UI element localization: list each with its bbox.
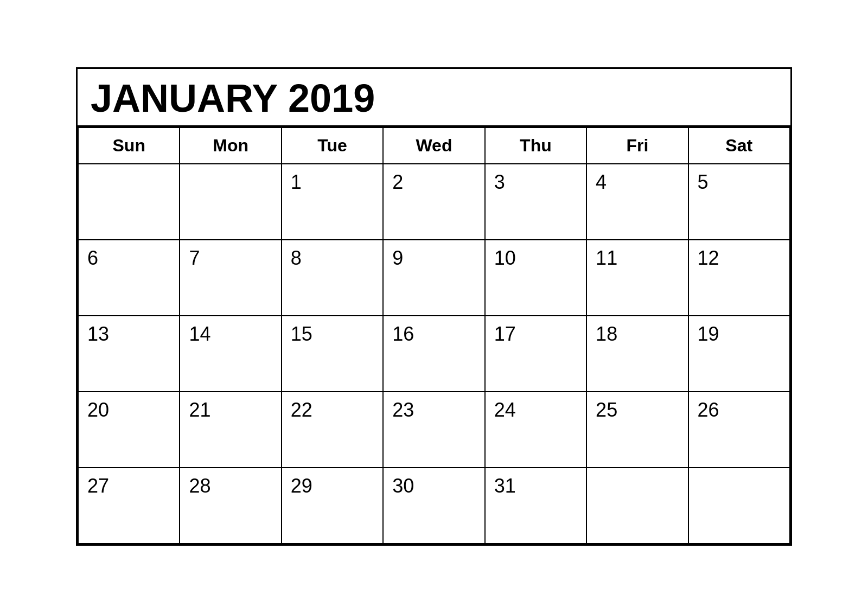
calendar-header: JANUARY 2019 bbox=[78, 69, 790, 127]
day-cell-10[interactable]: 10 bbox=[485, 240, 586, 316]
empty-cell bbox=[688, 468, 790, 544]
day-cell-16[interactable]: 16 bbox=[383, 316, 484, 392]
day-cell-7[interactable]: 7 bbox=[180, 240, 281, 316]
calendar-title: JANUARY 2019 bbox=[91, 79, 777, 118]
calendar: JANUARY 2019 SunMonTueWedThuFriSat 12345… bbox=[76, 67, 792, 546]
day-header-wed: Wed bbox=[383, 127, 484, 164]
day-cell-3[interactable]: 3 bbox=[485, 164, 586, 240]
day-cell-21[interactable]: 21 bbox=[180, 392, 281, 468]
day-cell-27[interactable]: 27 bbox=[78, 468, 180, 544]
day-header-sun: Sun bbox=[78, 127, 180, 164]
empty-cell bbox=[586, 468, 688, 544]
day-cell-2[interactable]: 2 bbox=[383, 164, 484, 240]
empty-cell bbox=[78, 164, 180, 240]
day-cell-19[interactable]: 19 bbox=[688, 316, 790, 392]
day-cell-20[interactable]: 20 bbox=[78, 392, 180, 468]
day-header-thu: Thu bbox=[485, 127, 586, 164]
day-cell-18[interactable]: 18 bbox=[586, 316, 688, 392]
day-header-sat: Sat bbox=[688, 127, 790, 164]
day-header-fri: Fri bbox=[586, 127, 688, 164]
day-cell-31[interactable]: 31 bbox=[485, 468, 586, 544]
day-header-mon: Mon bbox=[180, 127, 281, 164]
days-header-row: SunMonTueWedThuFriSat bbox=[78, 127, 790, 164]
day-cell-4[interactable]: 4 bbox=[586, 164, 688, 240]
day-cell-1[interactable]: 1 bbox=[282, 164, 383, 240]
day-cell-14[interactable]: 14 bbox=[180, 316, 281, 392]
week-row-4: 2728293031 bbox=[78, 468, 790, 544]
day-cell-11[interactable]: 11 bbox=[586, 240, 688, 316]
week-row-3: 20212223242526 bbox=[78, 392, 790, 468]
day-cell-24[interactable]: 24 bbox=[485, 392, 586, 468]
week-row-2: 13141516171819 bbox=[78, 316, 790, 392]
day-cell-22[interactable]: 22 bbox=[282, 392, 383, 468]
day-cell-8[interactable]: 8 bbox=[282, 240, 383, 316]
day-cell-15[interactable]: 15 bbox=[282, 316, 383, 392]
day-header-tue: Tue bbox=[282, 127, 383, 164]
day-cell-13[interactable]: 13 bbox=[78, 316, 180, 392]
empty-cell bbox=[180, 164, 281, 240]
day-cell-23[interactable]: 23 bbox=[383, 392, 484, 468]
week-row-0: 12345 bbox=[78, 164, 790, 240]
day-cell-25[interactable]: 25 bbox=[586, 392, 688, 468]
day-cell-28[interactable]: 28 bbox=[180, 468, 281, 544]
day-cell-26[interactable]: 26 bbox=[688, 392, 790, 468]
day-cell-29[interactable]: 29 bbox=[282, 468, 383, 544]
day-cell-30[interactable]: 30 bbox=[383, 468, 484, 544]
calendar-grid: SunMonTueWedThuFriSat 123456789101112131… bbox=[78, 127, 790, 544]
week-row-1: 6789101112 bbox=[78, 240, 790, 316]
day-cell-5[interactable]: 5 bbox=[688, 164, 790, 240]
day-cell-12[interactable]: 12 bbox=[688, 240, 790, 316]
day-cell-9[interactable]: 9 bbox=[383, 240, 484, 316]
day-cell-6[interactable]: 6 bbox=[78, 240, 180, 316]
day-cell-17[interactable]: 17 bbox=[485, 316, 586, 392]
